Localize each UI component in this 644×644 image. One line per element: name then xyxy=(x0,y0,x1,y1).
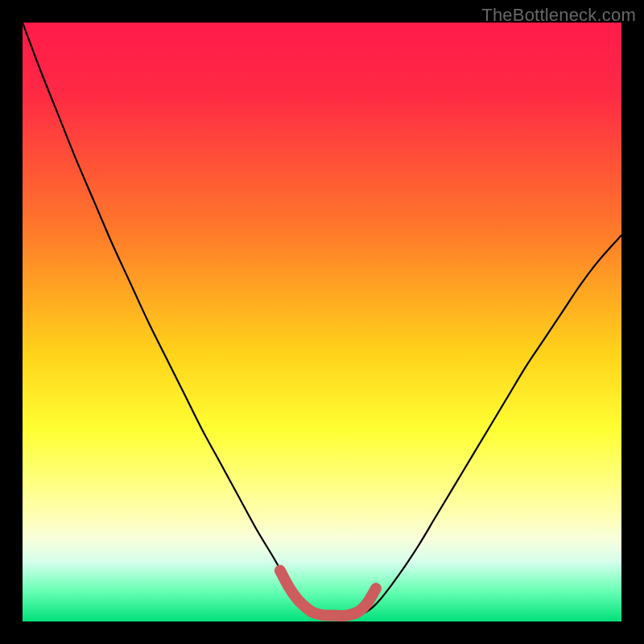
bottleneck-chart xyxy=(23,23,621,621)
watermark-text: TheBottleneck.com xyxy=(481,5,636,26)
chart-svg xyxy=(23,23,621,621)
gradient-background xyxy=(23,23,621,621)
